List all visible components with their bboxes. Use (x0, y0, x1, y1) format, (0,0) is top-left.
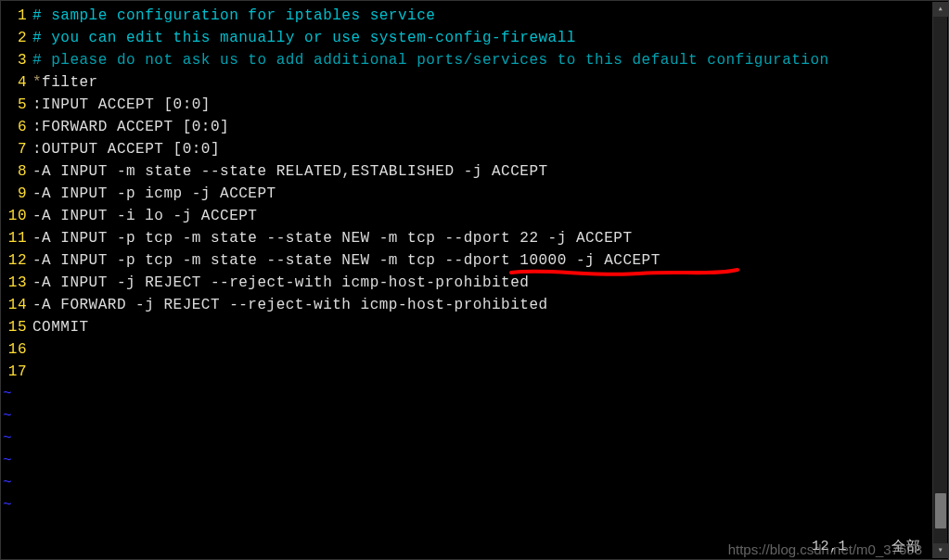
line-content: :INPUT ACCEPT [0:0] (32, 96, 211, 113)
tilde-line: ~ (1, 383, 948, 405)
code-line[interactable]: 15COMMIT (1, 316, 948, 338)
code-line[interactable]: 3# please do not ask us to add additiona… (1, 49, 948, 71)
code-line[interactable]: 2# you can edit this manually or use sys… (1, 27, 948, 49)
line-content: -A INPUT -p tcp -m state --state NEW -m … (32, 230, 633, 247)
tilde-line: ~ (1, 494, 948, 516)
code-line[interactable]: 7:OUTPUT ACCEPT [0:0] (1, 138, 948, 160)
line-content: -A INPUT -p icmp -j ACCEPT (32, 185, 276, 202)
watermark-text: https://blog.csdn.net/m0_37698 (728, 541, 922, 557)
code-line[interactable]: 8-A INPUT -m state --state RELATED,ESTAB… (1, 160, 948, 183)
code-line[interactable]: 10-A INPUT -i lo -j ACCEPT (1, 205, 948, 227)
code-line[interactable]: 13-A INPUT -j REJECT --reject-with icmp-… (1, 272, 948, 294)
tilde-icon: ~ (1, 386, 12, 402)
code-line[interactable]: 5:INPUT ACCEPT [0:0] (1, 94, 948, 116)
line-number: 8 (1, 163, 32, 180)
code-line[interactable]: 17 (1, 361, 948, 383)
tilde-line: ~ (1, 472, 948, 494)
line-number: 6 (1, 119, 32, 135)
tilde-line: ~ (1, 427, 948, 450)
tilde-icon: ~ (1, 452, 12, 469)
line-number: 3 (1, 52, 32, 69)
editor-viewport[interactable]: 1# sample configuration for iptables ser… (1, 1, 948, 559)
line-content: # sample configuration for iptables serv… (32, 7, 435, 24)
line-number: 1 (1, 7, 32, 24)
line-number: 16 (1, 341, 32, 358)
line-content: :OUTPUT ACCEPT [0:0] (32, 141, 220, 158)
line-number: 11 (1, 230, 32, 247)
line-content: -A INPUT -i lo -j ACCEPT (32, 208, 257, 224)
code-line[interactable]: 16 (1, 338, 948, 361)
line-number: 5 (1, 96, 32, 113)
vertical-scrollbar[interactable]: ▴ ▾ (932, 2, 947, 558)
line-number: 17 (1, 363, 32, 380)
line-number: 12 (1, 252, 32, 269)
editor-window: 1# sample configuration for iptables ser… (0, 0, 949, 560)
line-content: COMMIT (32, 319, 89, 336)
code-line[interactable]: 1# sample configuration for iptables ser… (1, 5, 948, 27)
code-line[interactable]: 11-A INPUT -p tcp -m state --state NEW -… (1, 227, 948, 249)
line-number: 15 (1, 319, 32, 336)
tilde-line: ~ (1, 405, 948, 427)
tilde-line: ~ (1, 450, 948, 472)
line-number: 4 (1, 74, 32, 91)
scroll-up-button[interactable]: ▴ (933, 2, 948, 17)
tilde-icon: ~ (1, 475, 12, 491)
tilde-icon: ~ (1, 430, 12, 447)
scroll-thumb[interactable] (935, 493, 946, 528)
line-content: -A INPUT -j REJECT --reject-with icmp-ho… (32, 274, 529, 291)
line-content: -A INPUT -m state --state RELATED,ESTABL… (32, 163, 548, 180)
code-line[interactable]: 14-A FORWARD -j REJECT --reject-with icm… (1, 294, 948, 316)
line-content: :FORWARD ACCEPT [0:0] (32, 119, 229, 135)
code-line[interactable]: 6:FORWARD ACCEPT [0:0] (1, 116, 948, 138)
line-number: 14 (1, 297, 32, 313)
code-line[interactable]: 9-A INPUT -p icmp -j ACCEPT (1, 183, 948, 205)
line-number: 9 (1, 185, 32, 202)
tilde-icon: ~ (1, 408, 12, 425)
code-line[interactable]: 12-A INPUT -p tcp -m state --state NEW -… (1, 249, 948, 272)
scroll-down-button[interactable]: ▾ (933, 543, 948, 558)
line-number: 2 (1, 30, 32, 46)
line-number: 10 (1, 208, 32, 224)
line-content: *filter (32, 74, 98, 91)
line-content: -A FORWARD -j REJECT --reject-with icmp-… (32, 297, 548, 313)
code-line[interactable]: 4*filter (1, 71, 948, 94)
line-number: 13 (1, 274, 32, 291)
line-content: # please do not ask us to add additional… (32, 52, 829, 69)
tilde-icon: ~ (1, 497, 12, 514)
line-content: # you can edit this manually or use syst… (32, 30, 576, 46)
line-content: -A INPUT -p tcp -m state --state NEW -m … (32, 252, 660, 269)
line-number: 7 (1, 141, 32, 158)
